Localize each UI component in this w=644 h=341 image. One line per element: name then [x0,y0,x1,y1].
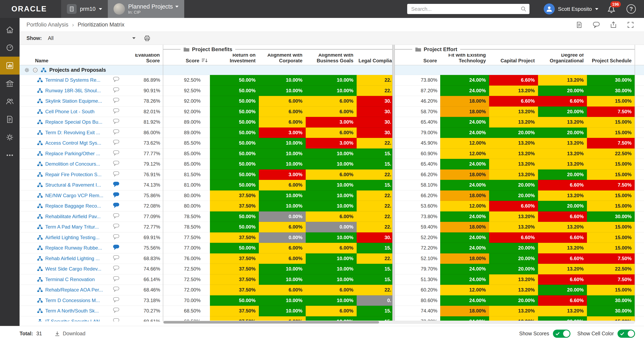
fullscreen-icon[interactable] [627,21,634,28]
table-row[interactable]: Replace Parking/Other ...77.77%85.00%50.… [20,148,644,159]
project-link[interactable]: Term A North/South Sk... [45,308,99,314]
col-header-effort-score[interactable]: Score [395,54,440,65]
project-link[interactable]: Airfield Lighting Testing... [45,235,100,240]
workspace-switcher[interactable]: prm10 [61,0,108,18]
table-row[interactable]: Access Control Mgt Sys...73.62%85.50%50.… [20,138,644,148]
table-row[interactable]: Term A North/South Sk...70.27%68.50%37.5… [20,306,644,316]
pane-splitter[interactable] [392,45,395,322]
project-link[interactable]: Replace Baggage Reco... [45,203,101,209]
search-input[interactable] [411,6,520,12]
col-header-legal-compliance[interactable]: Legal Complia [357,54,392,65]
project-link[interactable]: Skylink Station Equipme... [45,98,102,104]
table-row[interactable]: Rehab Airfield Lighting ...68.83%76.00%3… [20,253,644,264]
table-row[interactable]: Terminal D Systems Re...86.89%92.50%50.0… [20,75,644,85]
comment-outline-icon[interactable] [113,150,120,157]
horizontal-scrollbar-thumb[interactable] [164,321,379,324]
comment-outline-icon[interactable] [113,234,120,241]
comment-outline-icon[interactable] [113,108,120,115]
project-link[interactable]: NE/NW Cargo VCP Rem... [45,193,103,198]
breadcrumb-portfolio-analysis[interactable]: Portfolio Analysis [26,21,68,28]
col-header-alignment-corporate[interactable]: Alignment with Corporate [259,54,306,65]
comment-outline-icon[interactable] [113,276,120,283]
sidebar-item-dashboards[interactable] [0,39,20,57]
sidebar-item-home[interactable] [0,21,20,39]
project-link[interactable]: Cell Phone Lot - South [45,109,94,114]
table-row[interactable]: Demolition of Concours...79.12%85.00%50.… [20,159,644,169]
col-header-evaluation-score[interactable]: Evaluation Score [122,54,163,65]
project-link[interactable]: Terminal D Systems Re... [45,77,100,83]
project-link[interactable]: Terminal C Renovation [45,277,95,282]
table-row[interactable]: Term D: Revolving Exit ...86.00%89.00%50… [20,127,644,138]
comment-filled-icon[interactable] [113,192,120,199]
col-header-name[interactable]: Name [20,54,122,65]
table-row[interactable]: Repair Fire Protection S...76.91%81.50%5… [20,169,644,180]
table-row[interactable]: Replace Baggage Reco...72.08%80.00%37.50… [20,201,644,211]
share-icon[interactable] [610,21,617,28]
comment-filled-icon[interactable] [113,182,120,188]
sidebar-item-more[interactable] [0,146,20,164]
comment-outline-icon[interactable] [113,161,120,167]
table-row[interactable]: Term D Concessions M...73.18%70.00%50.00… [20,295,644,306]
table-row[interactable]: Skylink Station Equipme...78.26%92.00%50… [20,96,644,106]
help-button[interactable]: ? [626,4,636,14]
project-link[interactable]: Replace Parking/Other ... [45,151,100,156]
col-header-benefits-score[interactable]: Score [163,54,210,65]
collapse-icon[interactable] [32,67,38,73]
download-button[interactable]: Download [54,331,86,337]
project-link[interactable]: Rehabilitate Airfield Pav... [45,214,101,219]
comment-outline-icon[interactable] [113,77,120,83]
col-header-degree-organizational[interactable]: Degree of Organizational [538,54,587,65]
sidebar-item-settings[interactable] [0,128,20,146]
comment-outline-icon[interactable] [113,255,120,262]
col-header-alignment-business-goals[interactable]: Alignment with Business Goals [306,54,357,65]
table-row[interactable]: Terminal C Renovation66.14%72.50%37.50%1… [20,274,644,285]
table-row[interactable]: Rehabilitate Airfield Pav...77.09%78.50%… [20,211,644,222]
project-link[interactable]: Rehab Airfield Lighting ... [45,256,100,261]
comment-outline-icon[interactable] [113,318,120,322]
sidebar-item-projects[interactable] [0,57,20,74]
project-link[interactable]: Access Control Mgt Sys... [45,140,101,146]
show-scores-toggle[interactable] [553,330,570,338]
report-icon[interactable] [576,21,583,28]
project-link[interactable]: West Side Cargo Redev... [45,266,101,272]
project-link[interactable]: Replace Special Ops Bu... [45,119,102,125]
print-button[interactable] [144,35,150,42]
project-link[interactable]: Demolition of Concours... [45,161,100,167]
comment-outline-icon[interactable] [113,87,120,94]
sidebar-item-resources[interactable] [0,92,20,110]
user-menu[interactable]: Scott Esposito [544,3,598,14]
table-row[interactable]: NE/NW Cargo VCP Rem...75.86%80.00%37.50%… [20,190,644,201]
project-link[interactable]: Replace Runway Rubbe... [45,245,102,251]
table-row[interactable]: Structural & Pavement I...74.13%81.00%50… [20,180,644,190]
table-row[interactable]: Cell Phone Lot - South82.01%92.00%50.00%… [20,106,644,117]
comment-outline-icon[interactable] [113,129,120,136]
comment-outline-icon[interactable] [113,171,120,178]
project-link[interactable]: Repair Fire Protection S... [45,172,102,177]
col-header-capital-project[interactable]: Capital Project [489,54,538,65]
comment-outline-icon[interactable] [113,98,120,104]
comment-outline-icon[interactable] [113,224,120,230]
sidebar-item-reports[interactable] [0,110,20,128]
comment-filled-icon[interactable] [113,244,120,251]
table-row[interactable]: Rehab/Replace AOA Per...68.46%72.00%37.5… [20,285,644,295]
project-link[interactable]: IT Security: Security LAN... [45,319,104,322]
sidebar-item-portfolios[interactable] [0,74,20,92]
comment-icon[interactable] [593,21,600,28]
comment-outline-icon[interactable] [113,119,120,125]
comment-outline-icon[interactable] [113,140,120,146]
gear-icon[interactable] [24,67,30,73]
project-link[interactable]: Term D: Revolving Exit ... [45,130,100,135]
notifications-button[interactable]: 196 [607,4,616,13]
table-row[interactable]: Term A Pad Mary Tritur...72.77%78.50%50.… [20,222,644,232]
comment-outline-icon[interactable] [113,265,120,272]
group-row-projects-and-proposals[interactable]: Projects and Proposals [20,65,644,75]
project-link[interactable]: Term A Pad Mary Tritur... [45,224,99,230]
show-filter-select[interactable]: All [48,35,136,41]
project-link[interactable]: Term D Concessions M... [45,298,100,303]
project-link[interactable]: Runway 18R-36L Shoul... [45,88,101,93]
table-row[interactable]: Replace Runway Rubbe...75.56%77.00%50.00… [20,243,644,253]
comment-outline-icon[interactable] [113,286,120,293]
comment-outline-icon[interactable] [113,307,120,314]
table-row[interactable]: Airfield Lighting Testing...69.91%77.50%… [20,232,644,243]
table-row[interactable]: West Side Cargo Redev...74.66%72.50%37.5… [20,264,644,274]
